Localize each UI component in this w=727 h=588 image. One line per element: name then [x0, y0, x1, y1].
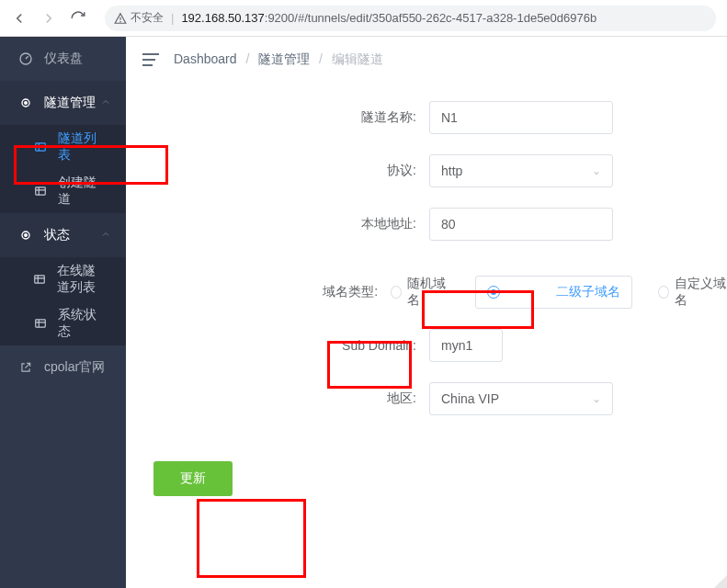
local-addr-label: 本地地址:: [126, 216, 429, 232]
browser-toolbar: 不安全 | 192.168.50.137:9200/#/tunnels/edit…: [0, 0, 727, 37]
radio-subdomain[interactable]: 二级子域名: [475, 276, 632, 309]
radio-random-domain[interactable]: 随机域名: [391, 276, 449, 309]
sidebar-item-label: 系统状态: [58, 307, 108, 340]
address-bar[interactable]: 不安全 | 192.168.50.137:9200/#/tunnels/edit…: [105, 6, 716, 31]
topbar: Dashboard / 隧道管理 / 编辑隧道: [126, 37, 727, 83]
local-addr-input[interactable]: [429, 208, 613, 241]
sidebar-item-label: 仪表盘: [44, 51, 83, 67]
sidebar-item-tunnel-list[interactable]: 隧道列表: [0, 125, 126, 169]
forward-button[interactable]: [40, 10, 57, 27]
resize-handle-icon: [714, 575, 727, 588]
svg-rect-5: [35, 187, 45, 195]
gauge-icon: [18, 51, 33, 66]
sidebar-item-label: 隧道列表: [58, 130, 108, 164]
sidebar-item-status[interactable]: 状态: [0, 213, 126, 257]
warning-triangle-icon: [114, 12, 127, 25]
svg-rect-9: [35, 320, 45, 327]
svg-point-0: [120, 21, 121, 22]
url-text: 192.168.50.137:9200/#/tunnels/edit/350af…: [181, 11, 596, 25]
region-select[interactable]: China VIP⌄: [429, 382, 613, 415]
sidebar-item-label: 创建隧道: [58, 175, 108, 208]
reload-button[interactable]: [70, 10, 86, 27]
sidebar-item-label: cpolar官网: [44, 359, 105, 376]
domain-type-label: 域名类型:: [126, 284, 391, 300]
sidebar-item-label: 在线隧道列表: [57, 263, 108, 296]
sidebar-item-tunnel-mgmt[interactable]: 隧道管理: [0, 81, 126, 125]
chevron-down-icon: ⌄: [592, 392, 601, 405]
protocol-label: 协议:: [126, 163, 429, 179]
sidebar-item-create-tunnel[interactable]: 创建隧道: [0, 169, 126, 213]
domain-type-radio-group: 随机域名 二级子域名 自定义域名: [391, 276, 727, 309]
insecure-badge: 不安全: [114, 10, 164, 26]
sidebar: 仪表盘 隧道管理 隧道列表 创建隧道 状态 在线隧道列表 系统状态: [0, 37, 126, 588]
tunnel-name-label: 隧道名称:: [126, 109, 429, 126]
chevron-up-icon: [100, 228, 111, 243]
region-label: 地区:: [126, 390, 429, 407]
update-button[interactable]: 更新: [153, 461, 233, 496]
edit-tunnel-form: 隧道名称: 协议: http⌄ 本地地址: 域名类型: 随机域名 二级子域名 自…: [126, 83, 727, 496]
crumb-tunnel-mgmt[interactable]: 隧道管理: [258, 51, 310, 66]
hamburger-icon[interactable]: [142, 53, 159, 66]
crumb-dashboard[interactable]: Dashboard: [174, 51, 237, 66]
svg-point-7: [25, 234, 28, 237]
chevron-up-icon: [100, 96, 111, 110]
subdomain-input[interactable]: [429, 329, 503, 362]
crumb-current: 编辑隧道: [332, 51, 383, 66]
protocol-select[interactable]: http⌄: [429, 154, 613, 187]
sidebar-item-official-site[interactable]: cpolar官网: [0, 345, 126, 390]
sidebar-item-system-status[interactable]: 系统状态: [0, 301, 126, 345]
sidebar-item-dashboard[interactable]: 仪表盘: [0, 37, 126, 81]
chevron-down-icon: ⌄: [592, 164, 601, 177]
table-icon: [33, 184, 47, 198]
svg-rect-8: [35, 276, 45, 283]
sidebar-item-label: 隧道管理: [44, 95, 96, 111]
table-icon: [33, 272, 46, 287]
sidebar-item-label: 状态: [44, 227, 70, 243]
circle-icon: [18, 96, 33, 110]
table-icon: [33, 140, 47, 154]
insecure-label: 不安全: [131, 10, 164, 26]
svg-rect-4: [35, 143, 45, 151]
subdomain-label: Sub Domain:: [126, 338, 429, 353]
back-button[interactable]: [11, 10, 28, 27]
svg-point-3: [25, 102, 28, 105]
external-link-icon: [18, 360, 33, 375]
tunnel-name-input[interactable]: [429, 101, 613, 134]
breadcrumb: Dashboard / 隧道管理 / 编辑隧道: [174, 51, 383, 68]
table-icon: [33, 316, 47, 331]
main-content: Dashboard / 隧道管理 / 编辑隧道 隧道名称: 协议: http⌄ …: [126, 37, 727, 588]
radio-custom-domain[interactable]: 自定义域名: [658, 276, 727, 309]
sidebar-item-online-tunnels[interactable]: 在线隧道列表: [0, 257, 126, 301]
circle-icon: [18, 228, 33, 243]
